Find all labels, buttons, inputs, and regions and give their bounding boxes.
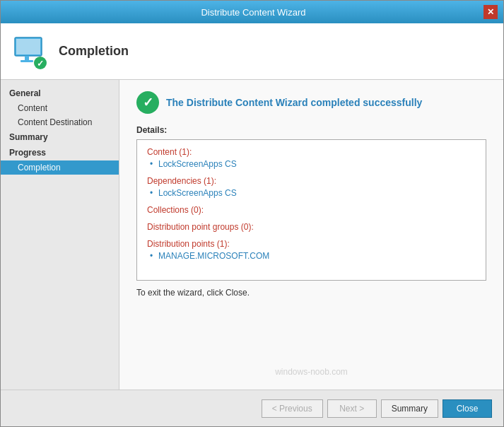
details-item-dp-1: MANAGE.MICROSOFT.COM: [147, 251, 476, 261]
success-banner: ✓ The Distribute Content Wizard complete…: [136, 91, 486, 114]
sidebar: General Content Content Destination Summ…: [1, 80, 119, 390]
sidebar-item-completion[interactable]: Completion: [1, 160, 119, 175]
sidebar-item-general[interactable]: General: [1, 86, 119, 101]
sidebar-item-content-destination[interactable]: Content Destination: [1, 115, 119, 129]
footer: < Previous Next > Summary Close: [1, 390, 503, 426]
content-area: General Content Content Destination Summ…: [1, 80, 503, 390]
main-content: ✓ The Distribute Content Wizard complete…: [119, 80, 503, 390]
details-title-content: Content (1):: [147, 147, 476, 157]
exit-text: To exit the wizard, click Close.: [136, 288, 486, 298]
header-bar: ✓ Completion: [1, 23, 503, 80]
sidebar-item-summary[interactable]: Summary: [1, 129, 119, 145]
details-section-dp-groups: Distribution point groups (0):: [147, 222, 476, 232]
header-title: Completion: [59, 44, 129, 59]
sidebar-item-progress[interactable]: Progress: [1, 145, 119, 160]
previous-button[interactable]: < Previous: [262, 399, 323, 418]
svg-rect-1: [16, 39, 40, 54]
svg-text:✓: ✓: [37, 59, 44, 69]
details-box: Content (1): LockScreenApps CS Dependenc…: [136, 139, 486, 281]
details-section-content: Content (1): LockScreenApps CS: [147, 147, 476, 169]
main-panel: ✓ The Distribute Content Wizard complete…: [119, 80, 503, 390]
titlebar: Distribute Content Wizard ✕: [1, 1, 503, 23]
summary-button[interactable]: Summary: [381, 399, 438, 418]
close-window-button[interactable]: ✕: [484, 5, 498, 19]
details-title-dp-groups: Distribution point groups (0):: [147, 222, 476, 232]
details-section-dependencies: Dependencies (1): LockScreenApps CS: [147, 176, 476, 198]
details-title-dp: Distribution points (1):: [147, 239, 476, 249]
details-label: Details:: [136, 125, 486, 135]
details-section-dp: Distribution points (1): MANAGE.MICROSOF…: [147, 239, 476, 261]
next-button[interactable]: Next >: [327, 399, 377, 418]
computer-icon: ✓: [12, 33, 49, 70]
svg-rect-3: [20, 60, 33, 62]
details-item-dependencies-1: LockScreenApps CS: [147, 188, 476, 198]
details-title-dependencies: Dependencies (1):: [147, 176, 476, 186]
main-window: Distribute Content Wizard ✕ ✓ Completion…: [0, 0, 504, 427]
success-icon: ✓: [136, 91, 159, 114]
details-item-content-1: LockScreenApps CS: [147, 159, 476, 169]
sidebar-item-content[interactable]: Content: [1, 101, 119, 115]
details-section-collections: Collections (0):: [147, 205, 476, 215]
success-message: The Distribute Content Wizard completed …: [166, 97, 422, 108]
close-button[interactable]: Close: [443, 399, 492, 418]
svg-rect-2: [25, 56, 29, 60]
details-title-collections: Collections (0):: [147, 205, 476, 215]
window-title: Distribute Content Wizard: [23, 7, 484, 18]
